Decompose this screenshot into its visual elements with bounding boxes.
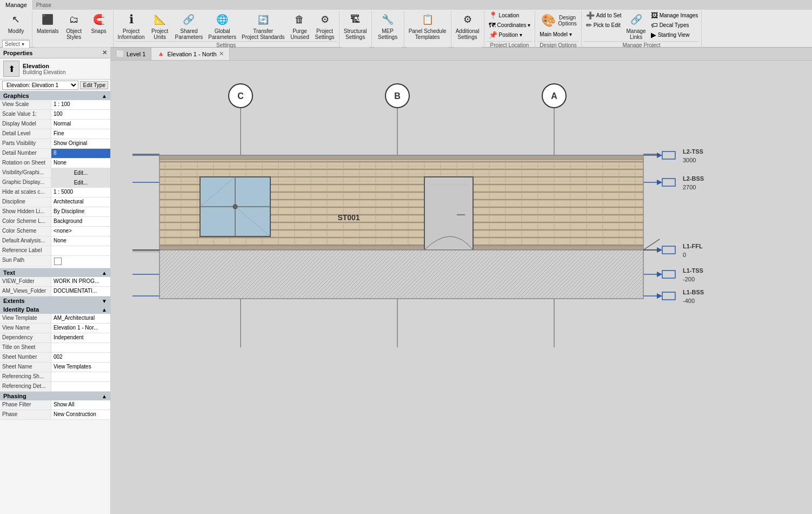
section-phasing-arrow: ▲ bbox=[102, 393, 107, 399]
modify-button[interactable]: ↖ Modify bbox=[4, 11, 28, 35]
door bbox=[424, 177, 473, 250]
position-icon: 📌 bbox=[489, 31, 497, 39]
elevation-dropdown[interactable]: Elevation: Elevation 1 bbox=[2, 81, 78, 90]
prop-row-phase-filter: Phase FilterShow All bbox=[0, 400, 110, 410]
edit-type-button[interactable]: Edit Type bbox=[80, 81, 108, 89]
wall-top-trim bbox=[159, 155, 643, 160]
section-identity[interactable]: Identity Data ▲ bbox=[0, 305, 110, 314]
ribbon-group-panel-schedule: 📋 Panel ScheduleTemplates bbox=[404, 11, 451, 48]
additional-settings-button[interactable]: ⚙ AdditionalSettings bbox=[454, 11, 482, 41]
wall-bottom-trim bbox=[159, 246, 643, 250]
pick-to-edit-icon: ✏ bbox=[586, 21, 592, 29]
ribbon-group-additional: ⚙ AdditionalSettings bbox=[451, 11, 484, 48]
window-handle bbox=[233, 205, 237, 209]
tabs-bar: ⬜ Level 1 🔺 Elevation 1 - North ✕ bbox=[111, 48, 812, 61]
prop-row-sun-path[interactable]: Sun Path bbox=[0, 256, 110, 268]
manage-images-button[interactable]: 🖼 Manage Images bbox=[649, 11, 701, 20]
location-button[interactable]: 📍 Location bbox=[487, 11, 522, 20]
design-options-items: 🎨 DesignOptions Main Model ▾ bbox=[537, 11, 578, 41]
global-params-button[interactable]: 🌐 GlobalParameters bbox=[206, 11, 238, 41]
prop-row-visibility[interactable]: Visibility/Graphi...Edit... bbox=[0, 168, 110, 178]
l2-tss-name: L2-TSS bbox=[683, 148, 703, 155]
structural-settings-button[interactable]: 🏗 StructuralSettings bbox=[342, 11, 369, 41]
element-subtype-label: Building Elevation bbox=[23, 69, 66, 75]
section-phasing[interactable]: Phasing ▲ bbox=[0, 392, 110, 400]
project-info-button[interactable]: ℹ ProjectInformation bbox=[116, 11, 147, 41]
prop-row-reference-label: Reference Label bbox=[0, 246, 110, 256]
add-to-set-button[interactable]: ➕ Add to Set bbox=[584, 11, 624, 20]
ribbon-tab-phase[interactable]: Phase bbox=[33, 0, 55, 10]
shared-params-button[interactable]: 🔗 SharedParameters bbox=[173, 11, 205, 41]
properties-scroll[interactable]: Graphics ▲ View Scale1 : 100 Scale Value… bbox=[0, 91, 110, 514]
transfer-standards-button[interactable]: 🔄 TransferProject Standards bbox=[239, 11, 287, 41]
prop-row-graphic-display[interactable]: Graphic Display...Edit... bbox=[0, 178, 110, 188]
graphic-display-edit-button[interactable]: Edit... bbox=[51, 178, 110, 187]
materials-button[interactable]: ⬛ Materials bbox=[35, 11, 61, 35]
prop-row-rotation: Rotation on SheetNone bbox=[0, 159, 110, 168]
prop-row-hide-at-scales: Hide at scales c...1 : 5000 bbox=[0, 188, 110, 197]
sun-path-checkbox[interactable] bbox=[54, 258, 62, 265]
ribbon: Manage Phase ↖ Modify Select ▾ ⬛ Materia… bbox=[0, 0, 812, 48]
project-settings-button[interactable]: ⚙ ProjectSettings bbox=[312, 11, 336, 41]
starting-view-button[interactable]: ▶ Starting View bbox=[649, 30, 701, 39]
prop-row-referencing-sh: Referencing Sh... bbox=[0, 372, 110, 382]
tab-level1-label: Level 1 bbox=[127, 51, 145, 57]
design-options-button[interactable]: 🎨 DesignOptions bbox=[537, 11, 578, 30]
ribbon-tab-manage[interactable]: Manage bbox=[0, 0, 33, 10]
l1-tss-name: L1-TSS bbox=[683, 267, 703, 274]
tab-level1[interactable]: ⬜ Level 1 bbox=[111, 48, 151, 60]
prop-row-sheet-name: Sheet NameView Templates bbox=[0, 363, 110, 372]
object-styles-icon: 🗂 bbox=[66, 12, 82, 27]
panel-schedule-templates-button[interactable]: 📋 Panel ScheduleTemplates bbox=[407, 11, 449, 41]
canvas[interactable]: C B A L2-TSS bbox=[111, 61, 812, 514]
ribbon-group-styles: ⬛ Materials 🗂 ObjectStyles 🧲 Snaps bbox=[32, 11, 114, 48]
mep-settings-button[interactable]: 🔧 MEPSettings bbox=[376, 11, 400, 41]
location-items: 📍 Location 🗺 Coordinates ▾ 📌 Position ▾ bbox=[487, 11, 533, 41]
elevation-tab-icon: 🔺 bbox=[157, 50, 165, 58]
coordinates-button[interactable]: 🗺 Coordinates ▾ bbox=[487, 21, 533, 30]
decal-types-button[interactable]: 🏷 Decal Types bbox=[649, 21, 701, 30]
project-units-icon: 📐 bbox=[152, 12, 168, 27]
l1-ffl-name: L1-FFL bbox=[683, 243, 703, 249]
materials-icon: ⬛ bbox=[40, 12, 55, 27]
main-model-dropdown[interactable]: Main Model ▾ bbox=[537, 31, 574, 38]
prop-type-row: ⬆ Elevation Building Elevation bbox=[0, 58, 110, 80]
section-extents[interactable]: Extents ▼ bbox=[0, 296, 110, 305]
elevation-icon: ⬆ bbox=[3, 61, 19, 77]
snaps-button[interactable]: 🧲 Snaps bbox=[87, 11, 111, 35]
col-b-label: B bbox=[394, 91, 401, 101]
select-dropdown[interactable]: Select ▾ bbox=[2, 40, 30, 48]
additional-items: ⚙ AdditionalSettings bbox=[454, 11, 482, 47]
select-group-label: Select ▾ bbox=[2, 39, 30, 48]
purge-unused-button[interactable]: 🗑 PurgeUnused bbox=[288, 11, 311, 41]
pick-to-edit-button[interactable]: ✏ Pick to Edit bbox=[584, 21, 624, 30]
manage-links-button[interactable]: 🔗 ManageLinks bbox=[624, 11, 648, 41]
settings-items: ℹ ProjectInformation 📐 ProjectUnits 🔗 Sh… bbox=[116, 11, 337, 41]
styles-items: ⬛ Materials 🗂 ObjectStyles 🧲 Snaps bbox=[35, 11, 111, 47]
ribbon-group-structural: 🏗 StructuralSettings bbox=[340, 11, 372, 48]
coordinates-icon: 🗺 bbox=[489, 21, 496, 29]
ribbon-content: ↖ Modify Select ▾ ⬛ Materials 🗂 ObjectSt… bbox=[0, 10, 812, 49]
project-units-button[interactable]: 📐 ProjectUnits bbox=[148, 11, 172, 41]
prop-row-detail-number[interactable]: Detail Number8 bbox=[0, 149, 110, 159]
section-graphics[interactable]: Graphics ▲ bbox=[0, 91, 110, 100]
properties-title: Properties bbox=[3, 50, 32, 56]
add-to-set-icon: ➕ bbox=[586, 11, 595, 19]
section-graphics-arrow: ▲ bbox=[102, 93, 107, 99]
manage-links-icon: 🔗 bbox=[629, 12, 644, 27]
properties-header: Properties ✕ bbox=[0, 48, 110, 58]
structural-items: 🏗 StructuralSettings bbox=[342, 11, 369, 47]
object-styles-button[interactable]: 🗂 ObjectStyles bbox=[62, 11, 86, 41]
prop-row-dependency: DependencyIndependent bbox=[0, 333, 110, 343]
properties-close-button[interactable]: ✕ bbox=[102, 49, 107, 56]
l2-bss-name: L2-BSS bbox=[683, 175, 704, 182]
tab-elevation1-north[interactable]: 🔺 Elevation 1 - North ✕ bbox=[151, 48, 229, 60]
position-button[interactable]: 📌 Position ▾ bbox=[487, 30, 524, 39]
section-text[interactable]: Text ▲ bbox=[0, 268, 110, 277]
structural-settings-icon: 🏗 bbox=[348, 12, 363, 27]
tab-elevation-close[interactable]: ✕ bbox=[219, 50, 224, 57]
prop-row-display-model: Display ModelNormal bbox=[0, 120, 110, 129]
section-text-arrow: ▲ bbox=[102, 270, 107, 276]
prop-row-view-folder: VIEW_FolderWORK IN PROG... bbox=[0, 277, 110, 287]
visibility-edit-button[interactable]: Edit... bbox=[51, 168, 110, 177]
